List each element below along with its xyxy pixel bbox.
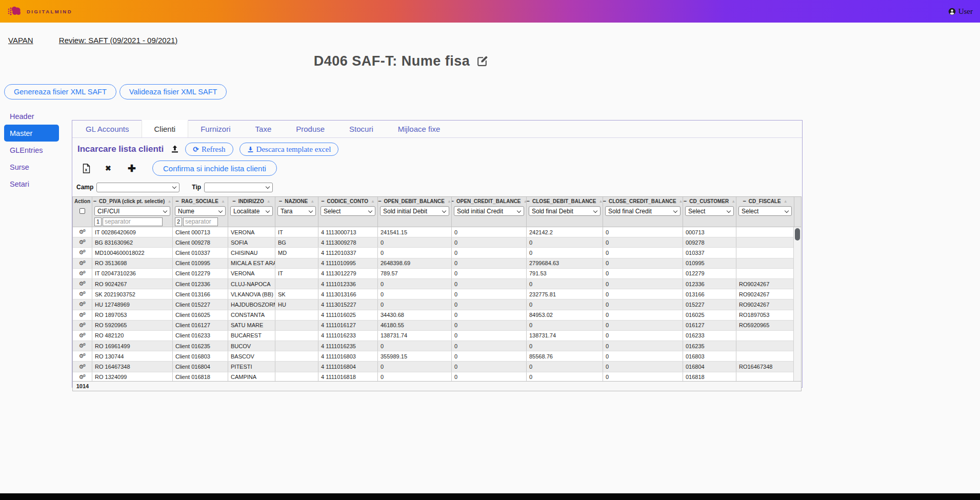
sidebar-item-glentries[interactable]: GLEntries (4, 142, 59, 158)
row-actions-gears-icon[interactable]: ⚙⚙ (75, 281, 89, 287)
row-actions-gears-icon[interactable]: ⚙⚙ (75, 239, 89, 245)
tip-select[interactable] (204, 183, 273, 192)
scrollbar-thumb[interactable] (795, 228, 800, 241)
download-template-button[interactable]: Descarca template excel (239, 143, 339, 156)
column-collapse-icon[interactable]: − (743, 198, 746, 204)
cell-cd_piva[interactable]: IT 02047310236 (92, 269, 173, 278)
generate-xml-saft-button[interactable]: Genereaza fisier XML SAFT (4, 84, 116, 99)
column-header-close_credit_balance[interactable]: −CLOSE_CREDIT_BALANCE▲ (603, 197, 683, 206)
refresh-button[interactable]: ⟳Refresh (185, 143, 233, 156)
column-header-open_credit_balance[interactable]: −OPEN_CREDIT_BALANCE▲ (452, 197, 527, 206)
cell-cd_piva[interactable]: RO 1897053 (92, 310, 173, 320)
row-actions-gears-icon[interactable]: ⚙⚙ (75, 261, 89, 266)
filter-select-cd_piva[interactable]: CIF/CUI (94, 206, 170, 216)
digitalmind-logo[interactable]: DIGITALMIND (7, 5, 72, 18)
filter-select-cd_fiscale[interactable]: Select (738, 206, 792, 216)
column-header-cd_fiscale[interactable]: −CD_FISCALE▲ (736, 197, 794, 206)
column-header-cd_piva[interactable]: −CD_PIVA (click pt. selectie)▲ (92, 197, 173, 206)
breadcrumb-link-review[interactable]: Review: SAFT (09/2021 - 09/2021) (59, 36, 178, 45)
column-header-codice_conto[interactable]: −CODICE_CONTO▲ (318, 197, 378, 206)
sidebar-item-surse[interactable]: Surse (4, 158, 59, 175)
column-collapse-icon[interactable]: − (232, 198, 235, 204)
cell-cd_piva[interactable]: RO 9024267 (92, 279, 173, 289)
tab-furnizori[interactable]: Furnizori (188, 121, 243, 137)
row-actions-gears-icon[interactable]: ⚙⚙ (75, 291, 89, 297)
sidebar-item-master[interactable]: Master (4, 125, 59, 142)
filter-select-open_credit_balance[interactable]: Sold initial Credit (454, 206, 524, 216)
filter-select-open_debit_balance[interactable]: Sold initial Debit (380, 206, 449, 216)
sort-asc-icon[interactable]: ▲ (167, 199, 171, 204)
cell-cd_piva[interactable]: RO 130744 (92, 351, 173, 361)
row-actions-gears-icon[interactable]: ⚙⚙ (75, 374, 89, 380)
table-vertical-scrollbar[interactable] (793, 227, 801, 381)
column-collapse-icon[interactable]: − (321, 198, 324, 204)
row-actions-gears-icon[interactable]: ⚙⚙ (75, 250, 89, 255)
tab-taxe[interactable]: Taxe (243, 121, 284, 137)
row-actions-gears-icon[interactable]: ⚙⚙ (75, 312, 89, 318)
separator-input-cd_piva[interactable] (103, 217, 163, 226)
cell-cd_piva[interactable]: RO 3513698 (92, 258, 173, 268)
tab-stocuri[interactable]: Stocuri (337, 121, 386, 137)
export-excel-icon[interactable]: x (83, 164, 105, 173)
tab-gl-accounts[interactable]: GL Accounts (73, 121, 142, 137)
sort-asc-icon[interactable]: ▲ (599, 199, 603, 204)
cell-cd_piva[interactable]: RO 16467348 (92, 362, 173, 371)
column-header-nazione[interactable]: −NAZIONE▲ (275, 197, 318, 206)
filter-select-nazione[interactable]: Tara (277, 206, 316, 216)
sort-asc-icon[interactable]: ▲ (267, 199, 271, 204)
cell-cd_piva[interactable]: IT 00286420609 (92, 227, 173, 237)
column-collapse-icon[interactable]: − (452, 198, 454, 204)
cell-cd_piva[interactable]: BG 831630962 (92, 237, 173, 247)
column-collapse-icon[interactable]: − (279, 198, 282, 204)
sidebar-item-header[interactable]: Header (4, 108, 59, 125)
breadcrumb-link-vapan[interactable]: VAPAN (8, 36, 33, 45)
column-header-rag_sociale[interactable]: −RAG_SOCIALE▲ (173, 197, 228, 206)
column-collapse-icon[interactable]: − (93, 198, 96, 204)
edit-title-icon[interactable] (476, 55, 489, 68)
cell-cd_piva[interactable]: RO 1324099 (92, 372, 173, 381)
column-collapse-icon[interactable]: − (527, 198, 530, 204)
filter-select-cd_customer[interactable]: Select (685, 206, 734, 216)
sort-asc-icon[interactable]: ▲ (221, 199, 225, 204)
filter-select-codice_conto[interactable]: Select (321, 206, 375, 216)
sort-asc-icon[interactable]: ▲ (731, 199, 735, 204)
clear-list-icon[interactable]: ✖ (105, 164, 128, 172)
cell-cd_piva[interactable]: RO 5920965 (92, 321, 173, 330)
row-actions-gears-icon[interactable]: ⚙⚙ (75, 229, 89, 235)
cell-cd_piva[interactable]: RO 482120 (92, 331, 173, 341)
filter-select-close_debit_balance[interactable]: Sold final Debit (529, 206, 601, 216)
column-collapse-icon[interactable]: − (684, 198, 687, 204)
camp-select[interactable] (96, 183, 179, 192)
sort-asc-icon[interactable]: ▲ (447, 199, 451, 204)
user-menu[interactable]: User (948, 7, 973, 16)
column-collapse-icon[interactable]: − (175, 198, 178, 204)
filter-select-close_credit_balance[interactable]: Sold final Credit (605, 206, 681, 216)
row-actions-gears-icon[interactable]: ⚙⚙ (75, 323, 89, 328)
row-actions-gears-icon[interactable]: ⚙⚙ (75, 353, 89, 359)
column-header-open_debit_balance[interactable]: −OPEN_DEBIT_BALANCE▲ (378, 197, 452, 206)
row-actions-gears-icon[interactable]: ⚙⚙ (75, 343, 89, 349)
add-row-icon[interactable]: ✚ (128, 163, 150, 174)
cell-cd_piva[interactable]: MD1004600018022 (92, 248, 173, 257)
column-header-close_debit_balance[interactable]: −CLOSE_DEBIT_BALANCE▲ (527, 197, 603, 206)
separator-input-rag_sociale[interactable] (183, 217, 218, 226)
filter-select-rag_sociale[interactable]: Nume (175, 206, 226, 216)
row-actions-gears-icon[interactable]: ⚙⚙ (75, 333, 89, 338)
cell-cd_piva[interactable]: RO 16961499 (92, 341, 173, 351)
cell-cd_piva[interactable]: SK 2021903752 (92, 289, 173, 299)
sort-asc-icon[interactable]: ▲ (679, 199, 683, 204)
tab-clienti[interactable]: Clienti (142, 120, 189, 137)
select-all-checkbox[interactable] (79, 208, 85, 214)
upload-icon[interactable] (171, 145, 179, 153)
column-header-cd_customer[interactable]: −CD_CUSTOMER▲ (683, 197, 736, 206)
row-actions-gears-icon[interactable]: ⚙⚙ (75, 271, 89, 276)
validate-xml-saft-button[interactable]: Valideaza fisier XML SAFT (119, 84, 227, 99)
tab-produse[interactable]: Produse (284, 121, 337, 137)
tab-mijloace-fixe[interactable]: Mijloace fixe (386, 121, 453, 137)
sidebar-item-setari[interactable]: Setari (4, 175, 59, 192)
column-collapse-icon[interactable]: − (378, 198, 381, 204)
row-actions-gears-icon[interactable]: ⚙⚙ (75, 364, 89, 370)
row-actions-gears-icon[interactable]: ⚙⚙ (75, 302, 89, 307)
confirm-close-list-button[interactable]: Confirma si inchide lista clienti (152, 161, 277, 176)
filter-select-indirizzo[interactable]: Localitate (230, 206, 273, 216)
